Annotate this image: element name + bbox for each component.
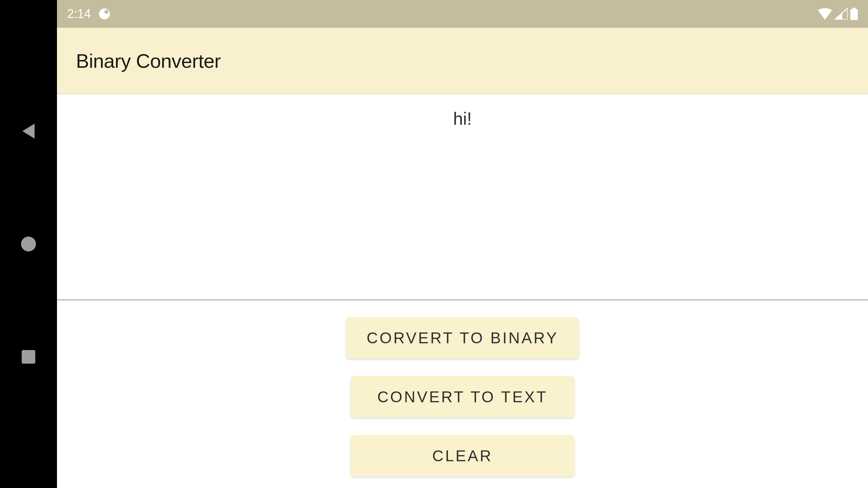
app-title: Binary Converter <box>76 49 221 72</box>
wifi-icon <box>818 8 832 20</box>
system-nav-bar <box>0 0 57 488</box>
convert-to-binary-button[interactable]: CORVERT TO BINARY <box>346 317 579 359</box>
content-area: hi! CORVERT TO BINARY CONVERT TO TEXT CL… <box>57 94 868 488</box>
convert-to-text-button[interactable]: CONVERT TO TEXT <box>351 376 574 418</box>
status-right <box>818 8 858 20</box>
status-time: 2:14 <box>67 7 91 21</box>
nav-recents-icon[interactable] <box>20 348 37 365</box>
input-text: hi! <box>453 108 472 300</box>
signal-icon <box>835 8 848 20</box>
svg-rect-2 <box>852 8 856 9</box>
buttons-area: CORVERT TO BINARY CONVERT TO TEXT CLEAR <box>57 300 868 488</box>
status-bar: 2:14 <box>57 0 868 28</box>
status-left: 2:14 <box>67 7 110 21</box>
nav-back-icon[interactable] <box>20 123 37 140</box>
nav-home-icon[interactable] <box>20 236 37 252</box>
clear-button[interactable]: CLEAR <box>351 435 574 476</box>
battery-icon <box>850 8 858 20</box>
notification-icon <box>99 8 110 19</box>
svg-point-0 <box>21 237 36 251</box>
input-area[interactable]: hi! <box>57 94 868 300</box>
device-frame: 2:14 Binary Converter <box>0 0 868 488</box>
app-area: 2:14 Binary Converter <box>57 0 868 488</box>
svg-rect-1 <box>22 350 35 364</box>
svg-rect-3 <box>850 9 858 20</box>
app-bar: Binary Converter <box>57 28 868 94</box>
